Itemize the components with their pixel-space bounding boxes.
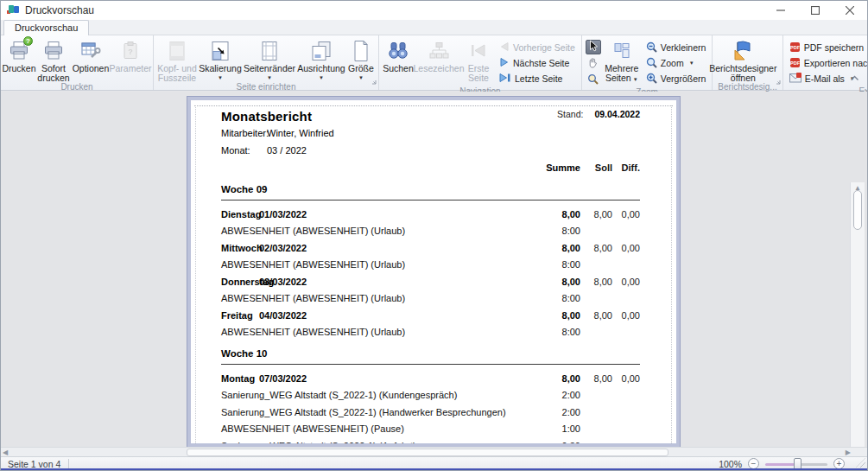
berichtsdesigner-oeffnen-button[interactable]: Berichtsdesigner öffnen xyxy=(714,37,771,82)
svg-text:PDF: PDF xyxy=(790,60,801,66)
week-days: Dienstag01/03/2022 8,00 8,00 0,00 ABWESE… xyxy=(221,206,640,341)
vertical-scrollbar[interactable]: ▲ ▼ xyxy=(850,182,865,471)
day-diff: 0,00 xyxy=(612,310,640,321)
chevron-down-icon: ▼ xyxy=(633,77,638,82)
week-label: Woche 10 xyxy=(221,348,640,360)
day-name: Freitag xyxy=(221,310,259,321)
column-header-summe: Summe xyxy=(532,162,580,173)
ausrichtung-button[interactable]: Ausrichtung ▼ xyxy=(297,37,345,82)
chevron-down-icon: ▼ xyxy=(267,75,272,80)
entry-text: ABWESENHEIT (ABWESENHEIT) (Urlaub) xyxy=(221,327,532,337)
zoom-level-label: 100% xyxy=(719,459,742,469)
monat-label: Monat: xyxy=(221,145,267,156)
tab-druckvorschau[interactable]: Druckvorschau xyxy=(3,20,89,35)
horizontal-scrollbar-thumb[interactable] xyxy=(187,449,668,456)
day-row: Donnerstag03/03/2022 8,00 8,00 0,00 xyxy=(221,273,640,290)
report-designer-icon xyxy=(732,39,754,62)
scroll-left-icon[interactable]: ◀ xyxy=(3,449,8,456)
page-info: Seite 1 von 4 xyxy=(8,459,60,469)
verkleinern-button[interactable]: Verkleinern xyxy=(642,40,711,55)
margins-icon xyxy=(261,39,278,62)
suchen-button[interactable]: Suchen xyxy=(381,37,415,86)
optionen-button[interactable]: Optionen xyxy=(72,37,110,82)
zoom-in-icon xyxy=(646,73,657,86)
resize-grip[interactable] xyxy=(856,458,865,468)
vertical-scrollbar-thumb[interactable] xyxy=(853,190,862,230)
pdf-speichern-button[interactable]: PDF PDF speichern xyxy=(785,40,868,55)
day-summe: 8,00 xyxy=(532,277,580,287)
mitarbeiter-label: Mitarbeiter: xyxy=(221,128,267,138)
zoom-dropdown-button[interactable]: Zoom ▼ xyxy=(642,55,711,71)
week-label: Woche 09 xyxy=(221,184,640,196)
day-summe: 8,00 xyxy=(532,243,580,253)
entry-time: 8:00 xyxy=(532,293,580,303)
orientation-icon xyxy=(311,39,332,62)
monat-value: 03 / 2022 xyxy=(267,145,307,156)
maximize-button[interactable] xyxy=(798,1,833,20)
letzte-seite-button[interactable]: Letzte Seite xyxy=(495,71,580,86)
entry-time: 8:00 xyxy=(532,259,580,270)
day-soll: 8,00 xyxy=(580,209,612,220)
day-row: Mittwoch02/03/2022 8,00 8,00 0,00 xyxy=(221,239,640,257)
day-summe: 8,00 xyxy=(532,310,580,321)
sofort-drucken-button[interactable]: Sofort drucken xyxy=(35,37,72,82)
week-days: Montag07/03/2022 8,00 8,00 0,00 Sanierun… xyxy=(221,370,640,447)
week-rule xyxy=(221,200,640,200)
close-button[interactable] xyxy=(833,1,867,20)
entry-text: ABWESENHEIT (ABWESENHEIT) (Pause) xyxy=(221,423,532,434)
chevron-down-icon: ▼ xyxy=(319,75,324,80)
entry-row: ABWESENHEIT (ABWESENHEIT) (Urlaub) 8:00 xyxy=(221,290,640,308)
vergroessern-button[interactable]: Vergrößern xyxy=(642,71,711,86)
mehrere-seiten-button[interactable]: Mehrere Seiten▼ xyxy=(602,37,642,87)
entry-time: 1:00 xyxy=(532,423,580,434)
scroll-right-icon[interactable]: ▶ xyxy=(846,449,851,456)
collapse-ribbon-icon[interactable] xyxy=(850,69,859,85)
stand-label: Stand: xyxy=(557,109,583,119)
day-diff: 0,00 xyxy=(612,243,640,253)
minimize-button[interactable] xyxy=(763,1,798,20)
entry-row: Sanierung_WEG Altstadt (S_2022-1) (Kunde… xyxy=(221,387,640,404)
column-header-diff: Diff. xyxy=(612,162,640,173)
week-section: Woche 09 Dienstag01/03/2022 8,00 8,00 0,… xyxy=(221,184,640,341)
zoom-slider[interactable] xyxy=(765,458,827,470)
day-row: Dienstag01/03/2022 8,00 8,00 0,00 xyxy=(221,206,640,223)
export-icon: PDF xyxy=(789,57,801,70)
preview-area: Monatsbericht Stand: 09.04.2022 Mitarbei… xyxy=(1,92,867,447)
hand-icon xyxy=(587,56,599,72)
statusbar-separator xyxy=(68,459,69,468)
stand-value: 09.04.2022 xyxy=(594,109,640,119)
entry-row: ABWESENHEIT (ABWESENHEIT) (Urlaub) 8:00 xyxy=(221,223,640,240)
entry-row: Sanierung_WEG Altstadt (S_2022-1) (Anfah… xyxy=(221,437,640,447)
dialog-launcher-icon[interactable] xyxy=(776,73,781,88)
page-size-icon xyxy=(352,39,370,62)
group-drucken: ? Drucken Sofort drucken Optionen xyxy=(1,35,154,90)
magnifier-icon xyxy=(587,73,599,88)
hand-tool-button[interactable] xyxy=(586,56,601,71)
horizontal-scrollbar[interactable]: ◀ ▶ xyxy=(1,447,853,456)
zoom-slider-thumb[interactable] xyxy=(794,458,801,470)
group-berichtsdesign: Berichtsdesigner öffnen Berichtsdesig... xyxy=(713,35,782,90)
doc-weeks: Woche 09 Dienstag01/03/2022 8,00 8,00 0,… xyxy=(221,184,640,447)
last-page-icon xyxy=(499,73,511,85)
day-name: Mittwoch xyxy=(221,243,259,253)
seitenraender-button[interactable]: Seitenränder ▼ xyxy=(242,37,297,82)
skalierung-button[interactable]: Skalierung ▼ xyxy=(199,37,242,82)
chevron-down-icon: ▼ xyxy=(689,60,694,66)
druckvorschau-window: Druckvorschau Druckvorschau ? Drucken xyxy=(0,0,868,471)
column-header-soll: Soll xyxy=(580,162,612,173)
zoom-icon xyxy=(646,57,657,70)
day-date: 03/03/2022 xyxy=(259,277,307,287)
day-date: 01/03/2022 xyxy=(259,209,307,220)
clipboard-icon: ? xyxy=(121,39,140,62)
day-summe: 8,00 xyxy=(532,209,580,220)
entry-time: 8:00 xyxy=(532,226,580,236)
dialog-launcher-icon[interactable] xyxy=(371,73,377,88)
naechste-seite-button[interactable]: Nächste Seite xyxy=(495,55,580,71)
pointer-tool-button[interactable] xyxy=(586,40,601,54)
magnifier-tool-button[interactable] xyxy=(586,73,601,87)
help-badge-icon: ? xyxy=(23,36,33,46)
drucken-button[interactable]: ? Drucken xyxy=(3,37,35,82)
zoom-in-button[interactable]: + xyxy=(833,458,845,469)
day-date: 04/03/2022 xyxy=(259,310,307,321)
zoom-out-button[interactable]: − xyxy=(748,458,759,469)
